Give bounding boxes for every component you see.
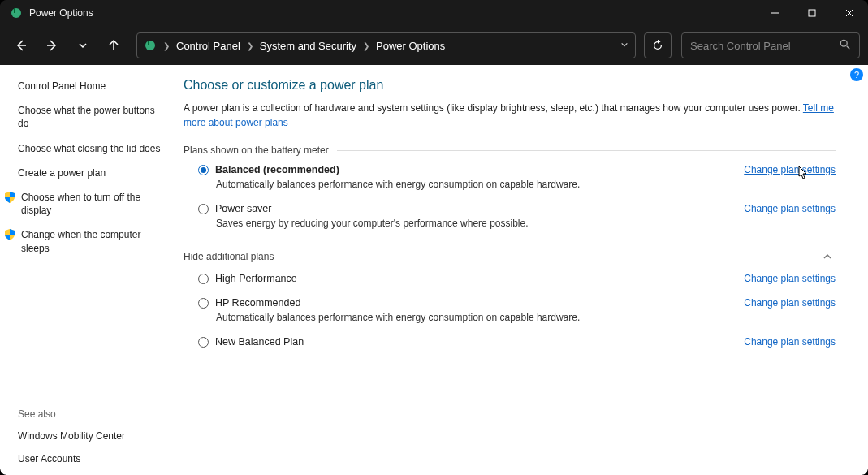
change-plan-settings-link[interactable]: Change plan settings [744,336,836,348]
search-icon[interactable] [840,39,851,53]
plan-balanced: Balanced (recommended) Change plan setti… [184,156,836,195]
plan-power-saver: Power saver Change plan settings Saves e… [184,195,836,234]
plan-radio-high-performance[interactable] [198,274,209,284]
address-icon [144,39,157,52]
plan-radio-balanced[interactable] [198,165,209,175]
sidebar-link-closing-lid[interactable]: Choose what closing the lid does [18,142,161,155]
plan-name[interactable]: High Performance [215,273,297,284]
address-dropdown-button[interactable] [620,40,628,51]
section-battery-plans: Plans shown on the battery meter [184,145,836,156]
minimize-button[interactable] [756,0,793,26]
refresh-button[interactable] [644,32,672,58]
up-button[interactable] [101,32,127,58]
address-bar[interactable]: ❯ Control Panel ❯ System and Security ❯ … [136,32,636,58]
sidebar-link-power-buttons[interactable]: Choose what the power buttons do [18,104,161,130]
breadcrumb-item[interactable]: System and Security [260,40,356,52]
svg-rect-1 [14,8,15,13]
main-panel: Choose or customize a power plan A power… [171,65,868,475]
chevron-right-icon[interactable]: ❯ [361,41,371,50]
sidebar: Control Panel Home Choose what the power… [0,65,171,475]
plan-radio-power-saver[interactable] [198,204,209,214]
sidebar-link-turn-off-display[interactable]: Choose when to turn off the display [21,191,161,217]
svg-point-11 [840,40,847,46]
shield-icon [3,191,16,204]
content-area: ? Control Panel Home Choose what the pow… [0,65,868,475]
breadcrumb-item[interactable]: Power Options [376,40,445,52]
plan-description: Saves energy by reducing your computer's… [198,214,836,229]
plan-radio-hp-recommended[interactable] [198,298,209,309]
svg-point-9 [145,41,155,50]
svg-rect-10 [148,41,149,45]
search-input[interactable] [690,40,840,52]
window-title: Power Options [29,7,93,19]
intro-paragraph: A power plan is a collection of hardware… [184,101,836,130]
section-label-text: Plans shown on the battery meter [184,145,329,156]
svg-line-12 [847,45,850,49]
breadcrumb-item[interactable]: Control Panel [176,40,240,52]
page-heading: Choose or customize a power plan [184,78,836,93]
see-also-user-accounts[interactable]: User Accounts [18,452,161,465]
navbar: ❯ Control Panel ❯ System and Security ❯ … [0,26,868,65]
sidebar-link-create-plan[interactable]: Create a power plan [18,166,161,179]
search-box[interactable] [681,32,860,58]
chevron-up-icon[interactable] [819,248,836,265]
section-label-text: Hide additional plans [184,251,274,262]
intro-text: A power plan is a collection of hardware… [184,102,803,114]
change-plan-settings-link[interactable]: Change plan settings [744,297,836,309]
see-also-mobility-center[interactable]: Windows Mobility Center [18,430,161,443]
titlebar: Power Options [0,0,868,26]
maximize-button[interactable] [793,0,831,26]
see-also-label: See also [18,408,161,420]
forward-button[interactable] [39,32,65,58]
divider [282,257,811,257]
change-plan-settings-link[interactable]: Change plan settings [744,273,836,284]
shield-icon [3,228,16,241]
change-plan-settings-link[interactable]: Change plan settings [744,164,836,175]
plan-name[interactable]: Power saver [215,203,271,214]
recent-dropdown-button[interactable] [70,32,96,58]
back-button[interactable] [8,32,34,58]
plan-name[interactable]: HP Recommended [215,297,300,309]
control-panel-home-link[interactable]: Control Panel Home [18,80,161,93]
sidebar-link-computer-sleeps[interactable]: Change when the computer sleeps [21,228,161,254]
svg-point-0 [11,8,21,18]
plan-new-balanced: New Balanced Plan Change plan settings [184,328,836,352]
plan-description: Automatically balances performance with … [198,175,836,190]
window: Power Options ❯ Control Pa [0,0,868,475]
app-icon [10,6,23,19]
divider [337,150,836,151]
section-additional-plans[interactable]: Hide additional plans [184,248,836,265]
change-plan-settings-link[interactable]: Change plan settings [744,203,836,214]
chevron-right-icon[interactable]: ❯ [162,41,171,50]
plan-name[interactable]: New Balanced Plan [215,336,304,348]
chevron-right-icon[interactable]: ❯ [245,41,255,50]
plan-hp-recommended: HP Recommended Change plan settings Auto… [184,289,836,328]
close-button[interactable] [831,0,868,26]
plan-description: Automatically balances performance with … [198,309,836,323]
plan-high-performance: High Performance Change plan settings [184,265,836,289]
svg-rect-3 [809,10,815,16]
plan-name[interactable]: Balanced (recommended) [215,164,339,175]
plan-radio-new-balanced[interactable] [198,337,209,348]
